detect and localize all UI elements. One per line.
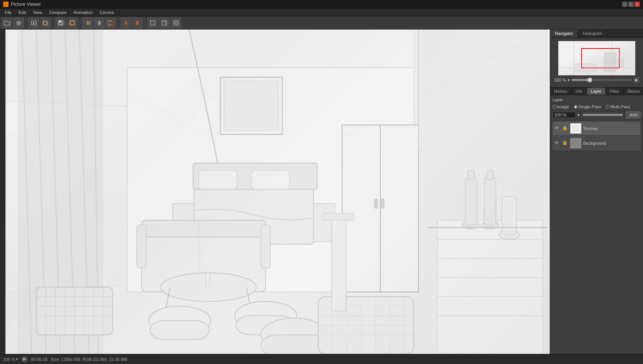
layer-thumb-background xyxy=(570,138,582,149)
zoom-custom-btn[interactable] xyxy=(171,17,181,28)
layer-mode-row: Image Single-Pass Multi-Pass xyxy=(552,104,641,109)
toolbar: A B xyxy=(0,16,643,29)
layer-opacity-row: ▾ Add xyxy=(552,111,641,118)
copy-to-ram-btn[interactable] xyxy=(40,17,51,28)
separator-1 xyxy=(26,18,26,28)
options-btn[interactable] xyxy=(13,17,24,28)
add-layer-btn[interactable]: Add xyxy=(626,111,641,118)
text-a-btn[interactable]: A xyxy=(120,17,131,28)
zoom-slider[interactable] xyxy=(572,79,632,81)
menu-animation[interactable]: Animation xyxy=(71,9,96,16)
thumb-selection-rect xyxy=(581,48,620,69)
svg-point-2 xyxy=(18,22,19,24)
canvas-area[interactable] xyxy=(5,29,550,354)
svg-rect-80 xyxy=(261,335,328,354)
mode-multi-pass-label[interactable]: Multi-Pass xyxy=(606,104,630,109)
layer-panel-title: Layer xyxy=(552,97,641,102)
svg-rect-48 xyxy=(484,177,496,225)
app-icon xyxy=(3,2,9,7)
zoom-full-btn[interactable] xyxy=(159,17,170,28)
mode-multi-pass-text: Multi-Pass xyxy=(610,104,630,109)
layer-item-texmap[interactable]: 👁 🔒 Texmap xyxy=(552,121,641,135)
layer-name-background: Background xyxy=(583,141,606,146)
menu-corona[interactable]: Corona xyxy=(97,9,117,16)
svg-rect-110 xyxy=(559,41,635,75)
svg-rect-8 xyxy=(59,23,62,25)
zoom-stepper[interactable]: ▾ xyxy=(568,78,570,83)
tab-filter[interactable]: Filter xyxy=(606,88,623,95)
svg-rect-15 xyxy=(97,21,99,24)
svg-rect-0 xyxy=(4,2,8,6)
compare-clone-btn[interactable] xyxy=(105,17,116,28)
tab-info[interactable]: Info xyxy=(572,88,587,95)
zoom-right-arrow[interactable]: ▶ xyxy=(634,77,639,83)
minimize-btn[interactable]: ─ xyxy=(622,2,627,7)
mode-single-pass-radio[interactable] xyxy=(574,105,578,109)
menu-file[interactable]: File xyxy=(2,9,15,16)
tab-layer[interactable]: Layer xyxy=(587,88,606,95)
tab-stereo[interactable]: Stereo xyxy=(624,88,643,95)
navigator-thumbnail xyxy=(558,41,636,76)
zoom-slider-thumb[interactable] xyxy=(587,78,592,82)
zoom-fit-btn[interactable] xyxy=(147,17,158,28)
svg-rect-7 xyxy=(59,21,61,23)
svg-rect-45 xyxy=(465,177,477,225)
menu-compare[interactable]: Compare xyxy=(46,9,70,16)
svg-rect-113 xyxy=(581,49,612,68)
lock-icon-texmap[interactable]: 🔒 xyxy=(562,125,568,132)
mode-single-pass-label[interactable]: Single-Pass xyxy=(574,104,601,109)
tab-histogram[interactable]: Histogram xyxy=(578,29,607,37)
text-b-btn[interactable]: B xyxy=(132,17,143,28)
maximize-btn[interactable]: □ xyxy=(628,2,634,7)
svg-rect-68 xyxy=(137,225,146,268)
status-zoom: 100 % ▾ xyxy=(3,357,18,362)
svg-rect-18 xyxy=(110,22,113,25)
svg-rect-38 xyxy=(437,220,542,354)
svg-rect-69 xyxy=(261,225,270,268)
lock-icon-background[interactable]: 🔒 xyxy=(562,140,568,146)
app-title: Picture Viewer xyxy=(11,2,41,7)
svg-rect-20 xyxy=(151,21,154,24)
layer-item-background[interactable]: 👁 🔒 Background xyxy=(552,136,641,150)
status-zoom-dropdown[interactable]: ▾ xyxy=(16,357,18,362)
menu-view[interactable]: View xyxy=(30,9,45,16)
ram-player-btn[interactable] xyxy=(28,17,39,28)
layer-panel: Layer Image Single-Pass Multi-Pass xyxy=(550,95,643,354)
svg-rect-63 xyxy=(251,170,289,189)
mode-single-pass-text: Single-Pass xyxy=(579,104,601,109)
svg-rect-59 xyxy=(224,81,279,131)
save-all-btn[interactable] xyxy=(67,17,78,28)
render-image xyxy=(5,29,550,354)
opacity-slider[interactable] xyxy=(583,114,623,116)
play-button[interactable]: ▶ xyxy=(21,356,28,362)
tab-history[interactable]: History xyxy=(550,88,572,95)
layer-thumb-texmap xyxy=(570,123,582,134)
tab-navigator[interactable]: Navigator xyxy=(550,29,578,37)
mode-image-radio[interactable] xyxy=(552,105,556,109)
separator-4 xyxy=(118,18,118,28)
svg-rect-67 xyxy=(141,220,266,237)
eye-icon-background[interactable]: 👁 xyxy=(554,140,561,146)
svg-rect-114 xyxy=(604,52,615,71)
zoom-level-label: 100 % xyxy=(554,78,566,82)
sketch-svg xyxy=(5,29,550,354)
panel-top-tabs: Navigator Histogram xyxy=(550,29,643,38)
separator-5 xyxy=(145,18,145,28)
menu-edit[interactable]: Edit xyxy=(16,9,29,16)
save-btn[interactable] xyxy=(55,17,66,28)
compare-horizontal-btn[interactable] xyxy=(82,17,93,28)
mode-image-text: Image xyxy=(557,104,569,109)
eye-icon-texmap[interactable]: 👁 xyxy=(554,125,561,132)
svg-rect-57 xyxy=(381,199,384,208)
mode-image-label[interactable]: Image xyxy=(552,104,569,109)
open-folder-btn[interactable] xyxy=(2,17,12,28)
navigator-thumb-container: 100 % ▾ ▶ xyxy=(550,38,643,87)
opacity-dropdown-arrow[interactable]: ▾ xyxy=(577,113,581,118)
mode-multi-pass-radio[interactable] xyxy=(606,105,610,109)
separator-3 xyxy=(80,18,80,28)
status-zoom-value: 100 % xyxy=(3,357,15,362)
close-btn[interactable]: ✕ xyxy=(634,2,640,7)
compare-options-btn[interactable] xyxy=(94,17,105,28)
layer-opacity-input[interactable] xyxy=(552,112,576,118)
svg-rect-16 xyxy=(99,21,101,24)
